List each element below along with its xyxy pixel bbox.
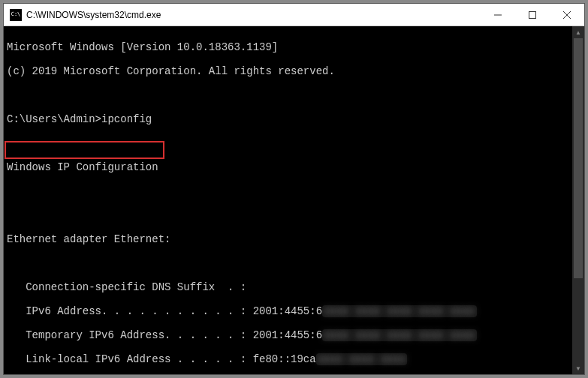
close-icon — [563, 11, 571, 19]
blurred-value: xxxx xxxx xxxx xxxx xxxx — [322, 305, 477, 317]
window-title: C:\WINDOWS\system32\cmd.exe — [26, 10, 161, 20]
cmd-window: C:\ C:\WINDOWS\system32\cmd.exe Microsof… — [3, 3, 585, 375]
scroll-up-arrow[interactable]: ▲ — [572, 26, 584, 38]
blurred-value: xxxx xxxx xxxx — [316, 353, 408, 365]
adapter1-ipv6: IPv6 Address. . . . . . . . . . . : 2001… — [7, 305, 581, 317]
maximize-button[interactable] — [515, 4, 550, 26]
svg-rect-1 — [529, 11, 536, 18]
ipconfig-header: Windows IP Configuration — [7, 161, 581, 173]
vertical-scrollbar[interactable]: ▲ ▼ — [572, 26, 584, 374]
prompt-ipconfig: C:\Users\Admin>ipconfig — [7, 113, 581, 125]
cmd-icon: C:\ — [10, 9, 22, 21]
close-button[interactable] — [550, 4, 584, 26]
adapter1-dns-suffix: Connection-specific DNS Suffix . : — [7, 281, 581, 293]
version-line: Microsoft Windows [Version 10.0.18363.11… — [7, 41, 581, 53]
blurred-value: xxxx xxxx xxxx xxxx xxxx — [322, 329, 477, 341]
titlebar[interactable]: C:\ C:\WINDOWS\system32\cmd.exe — [4, 4, 584, 26]
copyright-line: (c) 2019 Microsoft Corporation. All righ… — [7, 65, 581, 77]
minimize-icon — [494, 11, 502, 19]
adapter1-link-local: Link-local IPv6 Address . . . . . : fe80… — [7, 353, 581, 365]
maximize-icon — [529, 11, 536, 19]
scrollbar-thumb[interactable] — [574, 38, 583, 278]
scroll-down-arrow[interactable]: ▼ — [572, 362, 584, 374]
terminal-output[interactable]: Microsoft Windows [Version 10.0.18363.11… — [4, 26, 584, 374]
adapter1-heading: Ethernet adapter Ethernet: — [7, 233, 581, 245]
adapter1-temp-ipv6: Temporary IPv6 Address. . . . . . : 2001… — [7, 329, 581, 341]
minimize-button[interactable] — [481, 4, 515, 26]
